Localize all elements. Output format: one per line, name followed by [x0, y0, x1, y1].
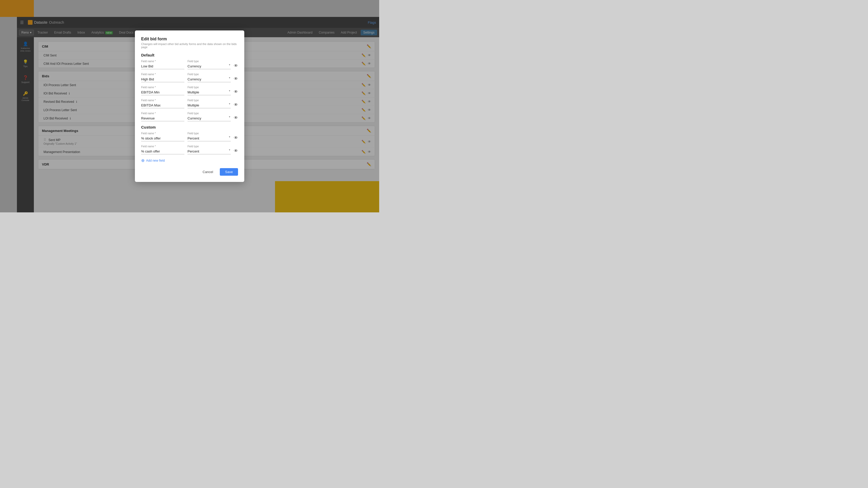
field-name-label: Field name * [141, 60, 184, 63]
field-name-input[interactable] [141, 149, 184, 154]
field-name-input[interactable] [141, 90, 184, 95]
field-name-label: Field name * [141, 112, 184, 115]
field-name-group: Field name * [141, 112, 184, 121]
field-type-select[interactable]: CurrencyMultiplePercent [187, 116, 231, 121]
cancel-button[interactable]: Cancel [198, 168, 217, 176]
field-row-ebitda-min: Field name * Field type CurrencyMultiple… [141, 86, 238, 95]
visibility-icon[interactable]: 👁 [234, 64, 238, 68]
field-row-low-bid: Field name * Field type CurrencyMultiple… [141, 60, 238, 69]
field-type-select[interactable]: CurrencyMultiplePercent [187, 149, 231, 154]
save-button[interactable]: Save [220, 168, 238, 176]
field-type-label: Field type [187, 73, 231, 76]
field-name-group: Field name * [141, 73, 184, 82]
edit-bid-form-modal: Edit bid form Changes will impact other … [135, 30, 244, 182]
field-type-group: Field type CurrencyMultiplePercent ▾ [187, 145, 231, 154]
modal-title: Edit bid form [141, 37, 238, 41]
add-field-link[interactable]: ⊕ Add new field [141, 158, 238, 163]
field-type-label: Field type [187, 60, 231, 63]
field-type-select[interactable]: CurrencyMultiplePercent [187, 76, 231, 82]
field-row-ebitda-max: Field name * Field type CurrencyMultiple… [141, 99, 238, 108]
field-name-group: Field name * [141, 145, 184, 154]
field-name-group: Field name * [141, 60, 184, 69]
field-type-select[interactable]: CurrencyMultiplePercent [187, 136, 231, 141]
field-type-select[interactable]: CurrencyMultiplePercent [187, 64, 231, 69]
field-row-stock-offer: Field name * Field type CurrencyMultiple… [141, 132, 238, 141]
field-name-label: Field name * [141, 73, 184, 76]
modal-subtitle: Changes will impact other bid activity f… [141, 42, 238, 49]
field-type-group: Field type CurrencyMultiplePercent ▾ [187, 73, 231, 82]
field-type-label: Field type [187, 132, 231, 135]
visibility-icon[interactable]: 👁 [234, 116, 238, 120]
field-type-group: Field type CurrencyMultiplePercent ▾ [187, 86, 231, 95]
add-field-label: Add new field [146, 159, 165, 162]
field-type-group: Field type CurrencyMultiplePercent ▾ [187, 112, 231, 121]
field-name-input[interactable] [141, 102, 184, 108]
visibility-icon[interactable]: 👁 [234, 136, 238, 140]
field-type-select[interactable]: CurrencyMultiplePercent [187, 102, 231, 108]
visibility-icon[interactable]: 👁 [234, 149, 238, 153]
field-name-input[interactable] [141, 64, 184, 69]
field-name-input[interactable] [141, 76, 184, 82]
field-name-label: Field name * [141, 99, 184, 102]
field-type-label: Field type [187, 112, 231, 115]
field-name-label: Field name * [141, 132, 184, 135]
field-type-select[interactable]: CurrencyMultiplePercent [187, 90, 231, 95]
plus-icon: ⊕ [141, 158, 145, 163]
field-type-group: Field type CurrencyMultiplePercent ▾ [187, 99, 231, 108]
field-name-group: Field name * [141, 86, 184, 95]
modal-footer: Cancel Save [141, 168, 238, 176]
field-name-input[interactable] [141, 136, 184, 141]
field-name-group: Field name * [141, 99, 184, 108]
modal-overlay[interactable]: Edit bid form Changes will impact other … [0, 0, 379, 213]
field-type-group: Field type CurrencyMultiplePercent ▾ [187, 132, 231, 141]
field-type-label: Field type [187, 145, 231, 148]
field-name-input[interactable] [141, 116, 184, 121]
custom-section-label: Custom [141, 125, 238, 129]
field-type-group: Field type CurrencyMultiplePercent ▾ [187, 60, 231, 69]
field-row-revenue: Field name * Field type CurrencyMultiple… [141, 112, 238, 121]
field-row-cash-offer: Field name * Field type CurrencyMultiple… [141, 145, 238, 154]
field-name-label: Field name * [141, 145, 184, 148]
field-name-group: Field name * [141, 132, 184, 141]
visibility-icon[interactable]: 👁 [234, 90, 238, 94]
default-section-label: Default [141, 53, 238, 57]
visibility-icon[interactable]: 👁 [234, 102, 238, 107]
field-type-label: Field type [187, 86, 231, 89]
field-name-label: Field name * [141, 86, 184, 89]
visibility-icon[interactable]: 👁 [234, 76, 238, 81]
field-row-high-bid: Field name * Field type CurrencyMultiple… [141, 73, 238, 82]
field-type-label: Field type [187, 99, 231, 102]
